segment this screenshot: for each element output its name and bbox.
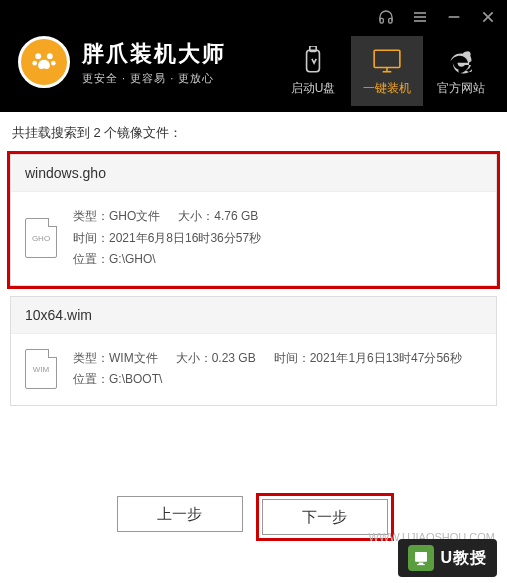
menu-icon[interactable] [411, 8, 429, 26]
close-icon[interactable] [479, 8, 497, 26]
file-card[interactable]: 10x64.wim WIM 类型：WIM文件 大小：0.23 GB 时间：202… [10, 296, 497, 406]
file-details: 类型：WIM文件 大小：0.23 GB 时间：2021年1月6日13时47分56… [73, 348, 482, 391]
monitor-icon [372, 46, 402, 76]
svg-rect-12 [374, 50, 400, 67]
nav-usb[interactable]: 启动U盘 [277, 36, 349, 106]
svg-rect-11 [310, 46, 316, 51]
nav-website[interactable]: 官方网站 [425, 36, 497, 106]
brand: 胖爪装机大师 更安全 · 更容易 · 更放心 [18, 36, 226, 88]
gho-file-icon: GHO [25, 218, 57, 258]
headset-icon[interactable] [377, 8, 395, 26]
file-card[interactable]: windows.gho GHO 类型：GHO文件 大小：4.76 GB 时间：2… [10, 154, 497, 286]
nav-website-label: 官方网站 [437, 80, 485, 97]
file-name: windows.gho [11, 155, 496, 192]
next-button[interactable]: 下一步 [262, 499, 388, 535]
nav-usb-label: 启动U盘 [291, 80, 336, 97]
minimize-icon[interactable] [445, 8, 463, 26]
svg-rect-15 [415, 552, 427, 562]
brand-subtitle: 更安全 · 更容易 · 更放心 [82, 71, 226, 86]
svg-point-7 [47, 53, 53, 59]
svg-rect-16 [419, 563, 424, 565]
file-name: 10x64.wim [11, 297, 496, 334]
file-details: 类型：GHO文件 大小：4.76 GB 时间：2021年6月8日16时36分57… [73, 206, 482, 271]
wim-file-icon: WIM [25, 349, 57, 389]
watermark-text: U教授 [440, 548, 487, 569]
main-nav: 启动U盘 一键装机 官方网站 [277, 36, 497, 106]
brand-title: 胖爪装机大师 [82, 39, 226, 69]
watermark-icon [408, 545, 434, 571]
svg-point-8 [32, 61, 37, 66]
nav-install[interactable]: 一键装机 [351, 36, 423, 106]
svg-point-9 [51, 61, 56, 66]
ie-icon [446, 46, 476, 76]
nav-install-label: 一键装机 [363, 80, 411, 97]
prev-button[interactable]: 上一步 [117, 496, 243, 532]
content-area: 共挂载搜索到 2 个镜像文件： windows.gho GHO 类型：GHO文件… [0, 112, 507, 428]
logo-icon [18, 36, 70, 88]
summary-text: 共挂载搜索到 2 个镜像文件： [10, 124, 497, 142]
svg-rect-17 [418, 564, 426, 565]
titlebar [377, 8, 497, 26]
svg-point-6 [35, 53, 41, 59]
app-header: 胖爪装机大师 更安全 · 更容易 · 更放心 启动U盘 一键装机 官方网站 [0, 0, 507, 112]
watermark: U教授 [398, 539, 497, 577]
usb-icon [298, 46, 328, 76]
